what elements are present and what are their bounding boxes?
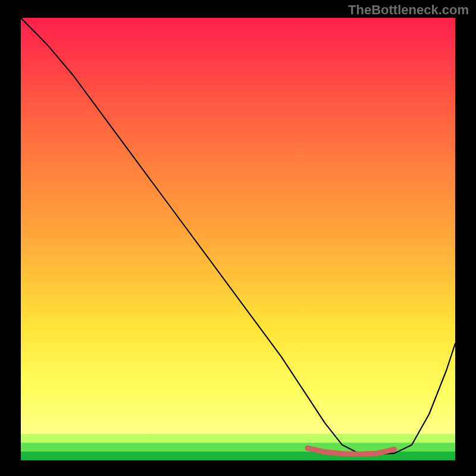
watermark-text: TheBottleneck.com (348, 2, 469, 18)
svg-rect-1 (21, 434, 455, 443)
svg-rect-0 (21, 18, 455, 458)
chart-canvas (0, 0, 476, 476)
